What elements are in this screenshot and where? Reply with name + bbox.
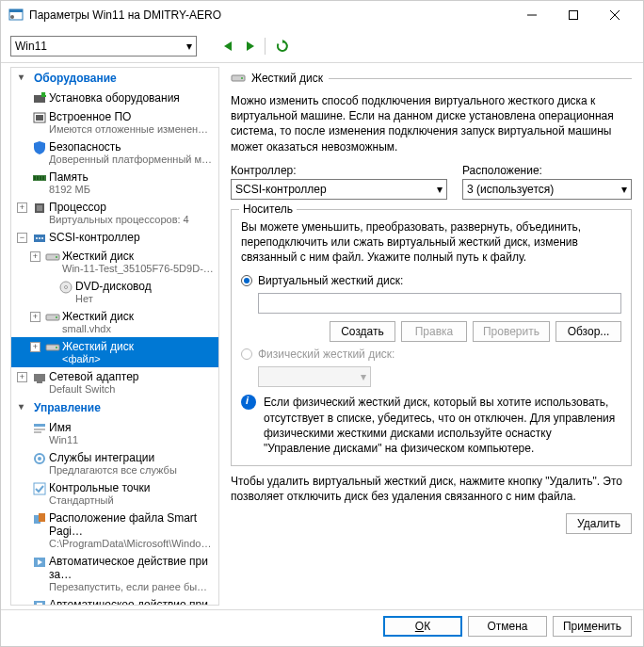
physical-disk-select: ▾ — [258, 366, 371, 387]
info-icon — [241, 395, 256, 410]
chevron-down-icon: ▾ — [361, 370, 366, 383]
svg-rect-21 — [37, 205, 42, 211]
svg-rect-38 — [34, 431, 41, 433]
nav-forward-button[interactable] — [242, 38, 259, 55]
sidebar: Оборудование + Установка оборудования Вс… — [10, 67, 219, 606]
ok-button[interactable]: ОК — [383, 616, 462, 637]
expand-icon[interactable]: + — [30, 342, 40, 352]
nav-back-button[interactable] — [219, 38, 236, 55]
section-hardware[interactable]: Оборудование — [11, 68, 218, 89]
media-groupbox: Носитель Вы можете уменьшить, преобразов… — [231, 209, 632, 466]
radio-virtual-disk[interactable]: Виртуальный жесткий диск: — [241, 274, 621, 287]
sidebar-item-dvd-drive[interactable]: DVD-дисковод Нет — [11, 277, 218, 307]
svg-point-29 — [65, 286, 68, 289]
svg-rect-35 — [37, 381, 42, 383]
svg-point-25 — [41, 237, 43, 239]
expand-icon[interactable]: + — [17, 202, 27, 213]
info-text: Если физический жесткий диск, который вы… — [264, 395, 621, 456]
services-icon — [32, 451, 47, 466]
radio-physical-label: Физический жесткий диск: — [258, 348, 394, 361]
sidebar-item-integration-services[interactable]: Службы интеграции Предлагаются все служб… — [11, 448, 218, 478]
collapse-icon[interactable]: − — [17, 233, 27, 243]
checkpoint-icon — [32, 481, 47, 496]
svg-point-23 — [36, 237, 38, 239]
svg-rect-37 — [34, 429, 45, 430]
vm-selector-value: Win11 — [15, 40, 47, 53]
edit-button[interactable]: Правка — [401, 321, 467, 342]
sidebar-item-network-adapter[interactable]: + Сетевой адаптер Default Switch — [11, 367, 218, 397]
controller-icon — [32, 231, 47, 246]
sidebar-item-processor[interactable]: + Процессор Виртуальных процессоров: 4 — [11, 198, 218, 228]
svg-rect-4 — [570, 11, 578, 20]
sidebar-item-scsi-controller[interactable]: − SCSI-контроллер — [11, 228, 218, 247]
apply-button[interactable]: Применить — [553, 616, 632, 637]
app-icon — [8, 8, 24, 23]
svg-rect-47 — [37, 603, 42, 606]
memory-icon — [32, 170, 47, 186]
close-button[interactable] — [594, 1, 636, 29]
check-button[interactable]: Проверить — [473, 321, 550, 342]
sidebar-item-smart-paging[interactable]: Расположение файла Smart Pagi… C:\Progra… — [11, 509, 218, 552]
add-hardware-icon: + — [32, 91, 47, 106]
sidebar-item-security[interactable]: Безопасность Доверенный платформенный мо… — [11, 137, 218, 168]
hard-drive-icon — [45, 310, 60, 325]
virtual-disk-path-input[interactable] — [258, 293, 621, 314]
section-title: Жесткий диск — [251, 72, 323, 85]
sidebar-item-checkpoints[interactable]: Контрольные точки Стандартный — [11, 478, 218, 509]
svg-point-31 — [56, 316, 57, 318]
create-button[interactable]: Создать — [330, 321, 395, 342]
svg-rect-36 — [34, 424, 45, 427]
sidebar-item-name[interactable]: Имя Win11 — [11, 418, 218, 448]
maximize-button[interactable] — [553, 1, 594, 29]
sidebar-item-memory[interactable]: Память 8192 МБ — [11, 168, 218, 198]
expand-icon[interactable]: + — [30, 251, 40, 262]
description-text: Можно изменить способ подключения виртуа… — [231, 93, 632, 154]
sidebar-item-firmware[interactable]: Встроенное ПО Имеются отложенные изменен… — [11, 107, 218, 137]
main-panel: Жесткий диск Можно изменить способ подкл… — [219, 63, 643, 609]
sidebar-item-auto-start-action[interactable]: Автоматическое действие при за… Перезапу… — [11, 552, 218, 595]
sidebar-item-hard-drive-1[interactable]: + Жесткий диск Win-11-Test_35105F76-5D9D… — [11, 247, 218, 277]
dvd-icon — [58, 280, 73, 295]
radio-physical-disk: Физический жесткий диск: — [241, 348, 621, 361]
vm-selector[interactable]: Win11 ▾ — [10, 36, 197, 57]
svg-point-24 — [39, 237, 40, 239]
sidebar-item-hard-drive-2[interactable]: + Жесткий диск small.vhdx — [11, 307, 218, 337]
media-desc: Вы можете уменьшить, преобразовать, разв… — [241, 219, 621, 266]
svg-text:+: + — [42, 91, 47, 99]
refresh-button[interactable] — [274, 38, 291, 55]
radio-unchecked-icon — [241, 348, 252, 360]
expand-icon[interactable]: + — [17, 372, 27, 382]
remove-button[interactable]: Удалить — [566, 513, 632, 534]
remove-desc: Чтобы удалить виртуальный жесткий диск, … — [231, 474, 632, 504]
browse-button[interactable]: Обзор... — [555, 321, 621, 342]
svg-rect-34 — [34, 374, 45, 381]
svg-rect-18 — [40, 176, 41, 180]
location-label: Расположение: — [462, 164, 632, 177]
expand-icon[interactable]: + — [30, 312, 40, 322]
section-management[interactable]: Управление — [11, 397, 218, 418]
controller-select[interactable]: SCSI-контроллер ▾ — [231, 179, 447, 200]
sidebar-item-auto-stop-action[interactable]: Автоматическое действие при ос… Сохранит… — [11, 595, 218, 606]
chevron-down-icon: ▾ — [621, 183, 627, 196]
svg-point-49 — [241, 77, 243, 79]
cancel-button[interactable]: Отмена — [468, 616, 547, 637]
sidebar-item-hard-drive-3[interactable]: + Жесткий диск <файл> — [11, 337, 218, 367]
section-header: Жесткий диск — [231, 71, 632, 86]
window-title: Параметры Win11 на DMITRY-AERO — [29, 8, 511, 22]
name-icon — [32, 421, 47, 436]
svg-marker-7 — [224, 41, 232, 51]
svg-point-2 — [10, 15, 14, 19]
location-select[interactable]: 3 (используется) ▾ — [462, 179, 632, 200]
controller-value: SCSI-контроллер — [235, 183, 327, 196]
sidebar-item-add-hardware[interactable]: + Установка оборудования — [11, 89, 218, 107]
titlebar: Параметры Win11 на DMITRY-AERO — [1, 1, 643, 29]
controller-label: Контроллер: — [231, 164, 447, 177]
shield-icon — [32, 140, 47, 155]
svg-point-40 — [38, 457, 41, 461]
media-legend: Носитель — [239, 202, 297, 216]
network-icon — [32, 370, 47, 385]
minimize-button[interactable] — [511, 1, 553, 29]
firmware-icon — [32, 110, 47, 125]
hard-drive-icon — [45, 250, 60, 265]
svg-rect-17 — [37, 176, 39, 180]
